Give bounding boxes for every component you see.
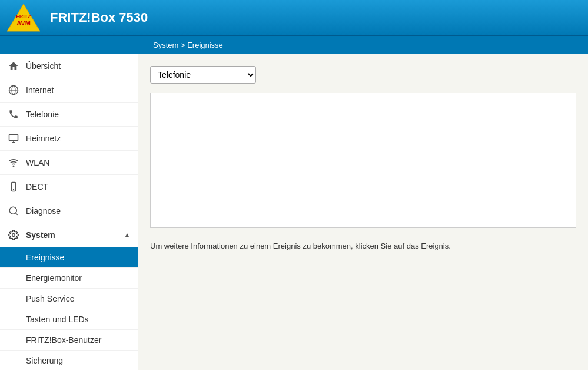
- sidebar-subitem-label-energiemonitor: Energiemonitor: [26, 273, 82, 283]
- svg-text:FRITZ: FRITZ: [16, 14, 31, 19]
- sidebar-subitem-tasten-und-leds[interactable]: Tasten und LEDs: [0, 309, 138, 330]
- fritz-logo: AVM FRITZ: [6, 3, 41, 32]
- sidebar-item-label-internet: Internet: [26, 85, 54, 95]
- sidebar-item-label-dect: DECT: [26, 182, 48, 191]
- svg-point-12: [9, 207, 16, 214]
- telefonie-icon: [7, 108, 20, 121]
- sidebar-item-label-heimnetz: Heimnetz: [26, 134, 61, 143]
- wlan-icon: [7, 156, 20, 169]
- app-title: FRITZ!Box 7530: [50, 10, 148, 25]
- heimnetz-icon: [7, 132, 20, 145]
- sidebar-subitem-label-sicherung: Sicherung: [26, 356, 63, 365]
- sidebar-subitem-label-push-service: Push Service: [26, 294, 74, 303]
- sidebar-item-telefonie[interactable]: Telefonie: [0, 103, 138, 127]
- main-content: Telefonie System Internet WLAN DECT USB …: [138, 54, 588, 370]
- info-text: Um weitere Informationen zu einem Ereign…: [150, 237, 576, 255]
- log-area: [150, 92, 576, 228]
- sidebar-subitem-sicherung[interactable]: Sicherung: [0, 351, 138, 370]
- sidebar-subitem-label-ereignisse: Ereignisse: [26, 253, 64, 262]
- sidebar-item-label-wlan: WLAN: [26, 158, 49, 167]
- breadcrumb: System > Ereignisse: [153, 41, 223, 49]
- layout: Übersicht Internet Telefonie Heimnetz WL: [0, 54, 588, 370]
- sidebar-item-heimnetz[interactable]: Heimnetz: [0, 127, 138, 151]
- system-expand-icon: ▲: [124, 231, 131, 239]
- svg-point-14: [12, 234, 15, 237]
- svg-point-9: [13, 166, 14, 167]
- sidebar-item-uebersicht[interactable]: Übersicht: [0, 54, 138, 78]
- svg-line-13: [15, 213, 17, 214]
- breadcrumb-bar: System > Ereignisse: [0, 35, 588, 54]
- sidebar-subitem-fritzbox-benutzer[interactable]: FRITZ!Box-Benutzer: [0, 330, 138, 351]
- sidebar-item-dect[interactable]: DECT: [0, 175, 138, 199]
- system-icon: [7, 229, 20, 242]
- sidebar-subitem-push-service[interactable]: Push Service: [0, 289, 138, 309]
- sidebar-item-label-telefonie: Telefonie: [26, 110, 59, 119]
- diagnose-icon: [7, 204, 20, 217]
- sidebar: Übersicht Internet Telefonie Heimnetz WL: [0, 54, 138, 370]
- sidebar-item-internet[interactable]: Internet: [0, 78, 138, 103]
- sidebar-subitem-energiemonitor[interactable]: Energiemonitor: [0, 268, 138, 289]
- logo-area: AVM FRITZ FRITZ!Box 7530: [6, 3, 148, 32]
- sidebar-item-diagnose[interactable]: Diagnose: [0, 199, 138, 223]
- home-icon: [7, 60, 20, 72]
- sidebar-item-system[interactable]: System ▲: [0, 223, 138, 247]
- sidebar-subitem-ereignisse[interactable]: Ereignisse: [0, 247, 138, 268]
- svg-rect-6: [9, 134, 18, 141]
- sidebar-subitem-label-fritzbox-benutzer: FRITZ!Box-Benutzer: [26, 335, 101, 345]
- sidebar-item-label-uebersicht: Übersicht: [26, 61, 61, 71]
- sidebar-item-label-diagnose: Diagnose: [26, 206, 61, 216]
- dect-icon: [7, 180, 20, 193]
- internet-icon: [7, 84, 20, 97]
- sidebar-item-wlan[interactable]: WLAN: [0, 151, 138, 175]
- sidebar-subitem-label-tasten-und-leds: Tasten und LEDs: [26, 315, 89, 324]
- event-type-dropdown[interactable]: Telefonie System Internet WLAN DECT USB: [150, 66, 256, 84]
- sidebar-item-label-system: System: [26, 230, 55, 240]
- dropdown-wrapper: Telefonie System Internet WLAN DECT USB: [150, 66, 576, 84]
- header: AVM FRITZ FRITZ!Box 7530: [0, 0, 588, 35]
- svg-text:AVM: AVM: [16, 19, 31, 27]
